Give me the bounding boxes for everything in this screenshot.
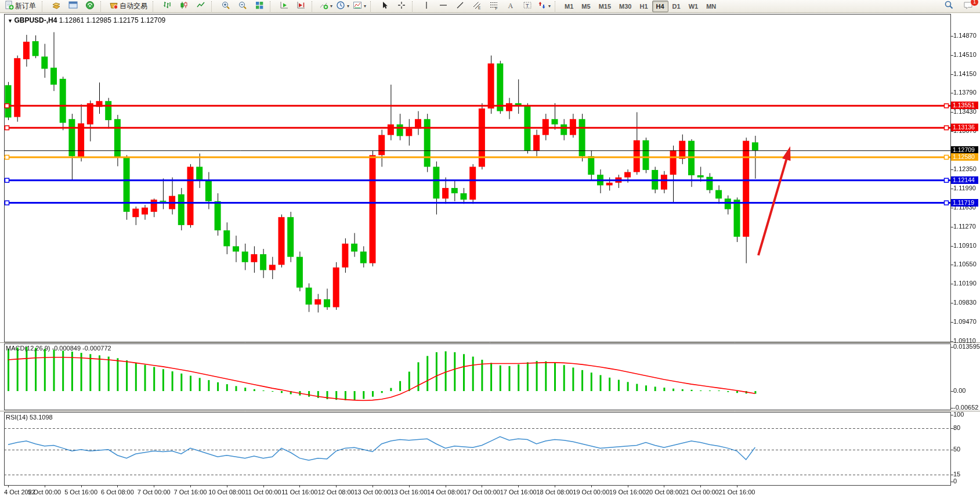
rsi-axis-label: 15 [953, 471, 979, 478]
arrows-tool-button[interactable]: ▾ [536, 0, 552, 13]
price-axis-label: 1.14510 [953, 51, 979, 58]
line-chart-button[interactable] [192, 0, 209, 13]
price-tag: 1.11719 [951, 199, 978, 207]
text-label-icon: T [523, 1, 532, 12]
toolbar-separator [211, 1, 215, 12]
data-window-icon [68, 1, 78, 12]
channel-tool-button[interactable]: E [468, 0, 485, 13]
auto-trading-button[interactable]: 自动交易 [106, 0, 150, 13]
macd-pane[interactable] [4, 343, 950, 410]
timeframe-button-D1[interactable]: D1 [668, 1, 685, 12]
auto-scroll-button[interactable] [276, 0, 292, 13]
bar-chart-button[interactable] [158, 0, 175, 13]
price-tag: 1.13136 [951, 124, 978, 131]
rsi-axis-label: 100 [953, 411, 979, 418]
arrows-icon [537, 1, 547, 12]
macd-axis-label: 0.00 [953, 387, 979, 394]
search-icon [944, 0, 954, 12]
rsi-pane[interactable] [4, 412, 950, 485]
date-axis-label: 11 Oct 16:00 [281, 489, 317, 496]
price-axis-label: 1.10190 [953, 280, 979, 287]
macd-indicator-label: MACD(12,26,9) -0.000849 -0.000772 [6, 345, 111, 352]
timeframe-button-H1[interactable]: H1 [635, 1, 652, 12]
symbol-period-label: GBPUSD-,H4 [14, 16, 57, 24]
toolbar-separator [42, 1, 46, 12]
date-axis-label: 13 Oct 16:00 [390, 489, 427, 496]
toolbar-separator [100, 1, 104, 12]
zoom-in-button[interactable] [217, 0, 234, 13]
new-order-icon [5, 1, 14, 12]
main-toolbar: 新订单 自动交易 ▾ ▾ ▾ E F A T ▾ M1M5M15M30H1H4D… [0, 0, 980, 13]
svg-text:E: E [478, 5, 481, 9]
chart-shift-button[interactable] [292, 0, 309, 13]
periods-button[interactable]: ▾ [334, 0, 351, 13]
ohlc-values: 1.12861 1.12985 1.12175 1.12709 [59, 16, 166, 24]
date-axis-label: 19 Oct 16:00 [609, 489, 646, 496]
chevron-down-icon: ▾ [347, 3, 349, 9]
clock-icon [336, 1, 345, 12]
text-tool-button[interactable]: A [502, 0, 519, 13]
date-axis-label: 11 Oct 00:00 [245, 489, 281, 496]
date-axis-label: 19 Oct 00:00 [573, 489, 609, 496]
chart-title: ▼ GBPUSD-,H4 1.12861 1.12985 1.12175 1.1… [8, 16, 165, 24]
price-axis-label: 1.14870 [953, 32, 979, 39]
toolbar-separator [270, 1, 274, 12]
market-watch-button[interactable] [48, 0, 64, 13]
timeframe-button-M30[interactable]: M30 [615, 1, 635, 12]
bar-chart-icon [162, 1, 172, 12]
toolbar-separator [555, 1, 559, 12]
date-axis-label: 5 Oct 16:00 [64, 489, 97, 496]
notifications-button[interactable]: 1 [960, 0, 977, 13]
macd-axis-label: -0.00652 [953, 404, 979, 411]
timeframe-button-MN[interactable]: MN [702, 1, 720, 12]
new-order-button[interactable]: 新订单 [1, 0, 39, 13]
price-tag: 1.12144 [951, 176, 978, 184]
cursor-icon [380, 1, 389, 12]
timeframe-button-M1[interactable]: M1 [560, 1, 577, 12]
svg-text:T: T [526, 2, 529, 8]
zoom-out-button[interactable] [234, 0, 251, 13]
trendline-tool-button[interactable] [451, 0, 468, 13]
zoom-in-icon [221, 1, 230, 12]
notification-badge: 1 [970, 0, 979, 6]
date-axis-label: 20 Oct 08:00 [646, 489, 682, 496]
candlestick-chart-button[interactable] [175, 0, 192, 13]
price-axis-label: 1.12350 [953, 165, 979, 172]
rsi-axis-label: 80 [953, 424, 979, 431]
horizontal-line-tool-button[interactable] [435, 0, 451, 13]
symbol-dropdown-icon[interactable]: ▼ [8, 18, 14, 24]
navigator-button[interactable] [81, 0, 98, 13]
label-tool-button[interactable]: T [519, 0, 536, 13]
chevron-down-icon: ▾ [548, 3, 551, 9]
vertical-line-tool-button[interactable] [418, 0, 435, 13]
svg-text:A: A [508, 1, 513, 9]
timeframe-button-W1[interactable]: W1 [685, 1, 703, 12]
cursor-tool-button[interactable] [376, 0, 393, 13]
data-window-button[interactable] [64, 0, 81, 13]
price-axis-label: 1.14150 [953, 70, 979, 77]
timeframe-button-M5[interactable]: M5 [577, 1, 594, 12]
crosshair-tool-button[interactable] [393, 0, 410, 13]
svg-text:F: F [495, 6, 497, 10]
tile-windows-icon [255, 1, 264, 12]
price-axis-label: 1.11270 [953, 223, 979, 230]
fibonacci-icon: F [489, 1, 498, 12]
line-chart-icon [196, 1, 205, 12]
timeframe-button-M15[interactable]: M15 [595, 1, 615, 12]
vertical-line-icon [422, 1, 431, 12]
date-axis-label: 14 Oct 08:00 [427, 489, 464, 496]
rsi-axis-label: 0 [953, 478, 979, 484]
main-price-pane[interactable] [4, 14, 950, 342]
timeframe-group: M1M5M15M30H1H4D1W1MN [560, 1, 720, 12]
templates-button[interactable]: ▾ [351, 0, 368, 13]
rsi-axis-label: 50 [953, 446, 979, 453]
fibonacci-tool-button[interactable]: F [485, 0, 502, 13]
search-button[interactable] [941, 0, 957, 13]
trendline-icon [455, 1, 465, 12]
date-axis-label: 13 Oct 00:00 [355, 489, 391, 496]
indicators-icon [319, 1, 328, 12]
indicators-button[interactable]: ▾ [317, 0, 334, 13]
date-axis-label: 7 Oct 16:00 [174, 489, 207, 496]
tile-windows-button[interactable] [251, 0, 267, 13]
timeframe-button-H4[interactable]: H4 [652, 1, 668, 12]
